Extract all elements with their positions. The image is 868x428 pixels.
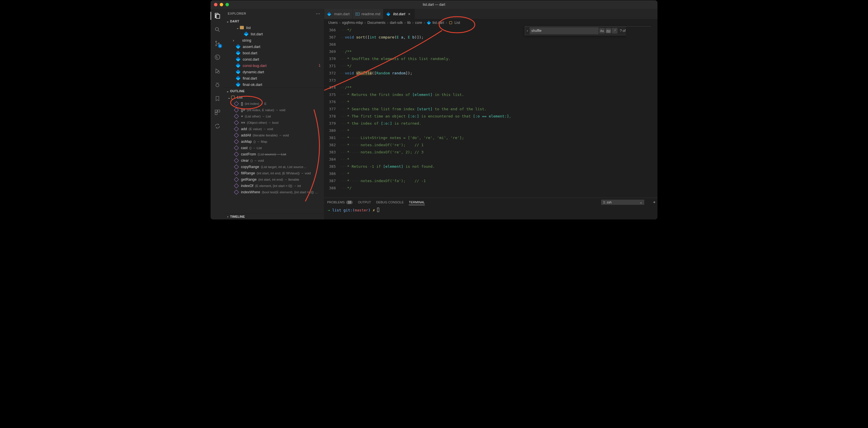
file-tree-item[interactable]: list.dart <box>224 31 324 37</box>
terminal-new-button[interactable]: ＋ <box>651 200 657 205</box>
file-label: list <box>246 26 251 30</box>
outline-item[interactable]: addAll(Iterable iterable) → void <box>224 132 324 139</box>
dart-file-icon <box>244 32 249 36</box>
outline-item[interactable]: []=(int index, E value) → void <box>224 107 324 113</box>
git-graph-icon[interactable] <box>213 53 221 61</box>
method-icon <box>234 184 239 188</box>
problems-badge: 18 <box>346 201 353 204</box>
method-icon <box>234 164 239 170</box>
outline-item[interactable]: cast() → List <box>224 145 324 151</box>
close-tab-button[interactable]: × <box>407 12 412 17</box>
file-label: list.dart <box>251 32 263 36</box>
outline-item[interactable]: castFrom(List source) → List <box>224 151 324 157</box>
run-debug-icon[interactable] <box>213 67 221 75</box>
editor-tab[interactable]: main.dart <box>324 9 353 19</box>
sidebar-more-icon[interactable]: ⋯ <box>316 11 320 17</box>
panel-tab-output[interactable]: OUTPUT <box>358 201 371 204</box>
tab-bar: main.dartM↓readme.mdlist.dart× <box>324 9 657 19</box>
sync-icon[interactable] <box>213 122 221 130</box>
file-tree-item[interactable]: const-bug.dart1 <box>224 62 324 69</box>
dart-file-icon <box>236 82 241 87</box>
breadcrumb-segment[interactable]: Documents <box>367 21 385 25</box>
breadcrumb-segment[interactable]: dart-sdk <box>390 21 403 25</box>
terminal[interactable]: → list git:(master) ✗ <box>324 207 657 219</box>
panel-tab-debug-console[interactable]: DEBUG CONSOLE <box>376 201 404 204</box>
breadcrumb-segment[interactable]: lib <box>407 21 411 25</box>
panel-tab-problems[interactable]: PROBLEMS 18 <box>327 201 353 204</box>
outline-item[interactable]: clear() → void <box>224 157 324 164</box>
file-tree-item[interactable]: ›string <box>224 37 324 43</box>
editor-tab[interactable]: list.dart× <box>383 9 415 19</box>
svg-rect-0 <box>216 14 220 19</box>
breadcrumb[interactable]: Users › xgqfrms-mbp › Documents › dart-s… <box>324 19 657 26</box>
class-icon <box>449 21 452 24</box>
chevron-right-icon: › <box>226 215 229 218</box>
chevron-right-icon: › <box>404 21 406 25</box>
chevron-right-icon: › <box>339 21 340 25</box>
outline-item[interactable]: getRange(int start, int end) → Iterable <box>224 176 324 183</box>
minimap[interactable] <box>626 26 657 197</box>
terminal-cursor <box>377 208 379 212</box>
zoom-window-button[interactable] <box>225 3 229 6</box>
file-label: string <box>242 38 251 42</box>
project-section-title[interactable]: ⌄ DART <box>224 18 324 24</box>
svg-point-7 <box>216 56 217 57</box>
file-tree-item[interactable]: const.dart <box>224 56 324 62</box>
breadcrumb-segment[interactable]: Users <box>328 21 338 25</box>
extensions-icon[interactable] <box>213 108 221 116</box>
dart-file-icon <box>386 12 390 16</box>
dart-file-icon <box>236 69 241 74</box>
explorer-icon[interactable] <box>213 12 221 20</box>
close-window-button[interactable] <box>214 3 217 6</box>
method-icon <box>234 146 239 151</box>
outline-item[interactable]: add(E value) → void <box>224 126 324 132</box>
method-icon <box>234 158 239 163</box>
file-label: final.dart <box>243 76 257 81</box>
breadcrumb-file[interactable]: list.dart <box>433 21 444 25</box>
method-icon <box>234 177 239 182</box>
outline-item[interactable]: indexOf(E element, [int start = 0]) → in… <box>224 183 324 189</box>
chevron-down-icon: ⌄ <box>226 20 229 23</box>
outline-item[interactable]: asMap() → Map <box>224 139 324 145</box>
panel-tab-terminal[interactable]: TERMINAL <box>409 201 425 205</box>
outline-item[interactable]: [](int index) → E <box>224 100 324 107</box>
outline-class[interactable]: ⌄ List <box>224 94 324 100</box>
file-tree-item[interactable]: dynamic.dart <box>224 69 324 75</box>
code-editor[interactable]: 3663673683693703713723733743753763773783… <box>324 26 657 197</box>
terminal-selector[interactable]: 1: zsh <box>601 200 644 205</box>
file-tree-item[interactable]: assert.dart <box>224 43 324 50</box>
breadcrumb-symbol[interactable]: List <box>455 21 460 25</box>
file-tree-item[interactable]: ⌄list <box>224 24 324 31</box>
chevron-down-icon: ⌄ <box>226 89 229 93</box>
outline-item[interactable]: indexWhere(bool test(E element), [int st… <box>224 189 324 195</box>
outline-item[interactable]: ==(Object other) → bool <box>224 120 324 126</box>
outline-item[interactable]: fillRange(int start, int end, [E fillVal… <box>224 170 324 176</box>
scm-icon[interactable]: 1 <box>213 39 221 48</box>
bookmark-icon[interactable] <box>213 94 221 102</box>
file-tree-item[interactable]: bool.dart <box>224 50 324 56</box>
test-icon[interactable] <box>213 81 221 89</box>
dart-file-icon <box>236 76 241 81</box>
file-label: final-ok.dart <box>243 83 262 87</box>
svg-point-10 <box>216 84 219 87</box>
file-label: bool.dart <box>243 51 257 55</box>
search-icon[interactable] <box>213 26 221 34</box>
editor-tab[interactable]: M↓readme.md <box>353 9 383 19</box>
breadcrumb-segment[interactable]: core <box>415 21 422 25</box>
svg-line-2 <box>218 30 220 32</box>
outline-section-title[interactable]: ⌄ OUTLINE <box>224 88 324 94</box>
breadcrumb-segment[interactable]: xgqfrms-mbp <box>342 21 363 25</box>
dart-file-icon <box>236 63 241 68</box>
file-tree-item[interactable]: final.dart <box>224 75 324 81</box>
outline-item[interactable]: +(List other) → List <box>224 113 324 120</box>
explorer-title: EXPLORER <box>228 12 246 15</box>
method-icon <box>234 152 239 157</box>
minimize-window-button[interactable] <box>220 3 223 6</box>
timeline-section-title[interactable]: › TIMELINE <box>224 213 324 219</box>
outline-item[interactable]: copyRange(List target, int at, List sour… <box>224 164 324 170</box>
method-icon <box>234 139 239 144</box>
code-content[interactable]: ···*/··void sort([int compare(E a, E b)]… <box>340 26 626 197</box>
method-icon <box>234 190 239 195</box>
tab-label: readme.md <box>361 12 380 16</box>
file-tree-item[interactable]: final-ok.dart <box>224 81 324 88</box>
